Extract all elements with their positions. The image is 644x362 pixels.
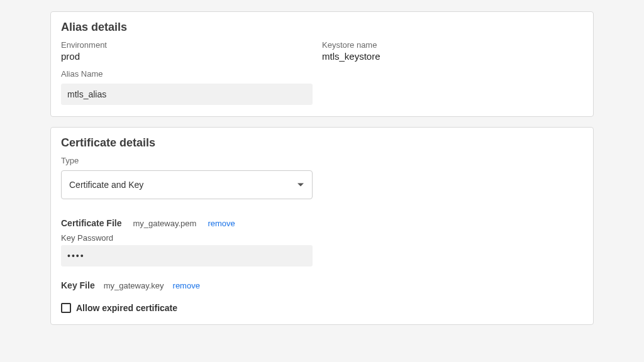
allow-expired-checkbox[interactable] (61, 303, 71, 313)
environment-label: Environment (61, 40, 322, 50)
type-select-value: Certificate and Key (69, 180, 143, 190)
alias-details-title: Alias details (61, 21, 583, 34)
key-password-label: Key Password (61, 233, 583, 243)
key-file-name: my_gateway.key (104, 281, 164, 290)
environment-value: prod (61, 51, 322, 62)
certificate-file-remove-link[interactable]: remove (208, 219, 235, 228)
type-select[interactable]: Certificate and Key (61, 170, 313, 199)
certificate-details-title: Certificate details (61, 136, 583, 150)
keystore-name-label: Keystore name (322, 40, 583, 50)
alias-details-card: Alias details Environment prod Keystore … (50, 11, 594, 117)
type-label: Type (61, 156, 583, 165)
keystore-name-value: mtls_keystore (322, 51, 583, 62)
key-password-input[interactable] (61, 245, 313, 266)
alias-name-label: Alias Name (61, 69, 583, 79)
allow-expired-label: Allow expired certificate (76, 303, 177, 313)
chevron-down-icon (297, 184, 304, 187)
certificate-details-card: Certificate details Type Certificate and… (50, 127, 594, 325)
key-file-label: Key File (61, 280, 95, 290)
certificate-file-name: my_gateway.pem (133, 219, 196, 228)
key-file-remove-link[interactable]: remove (173, 281, 200, 290)
certificate-file-label: Certificate File (61, 218, 121, 228)
alias-name-input[interactable] (61, 84, 313, 105)
